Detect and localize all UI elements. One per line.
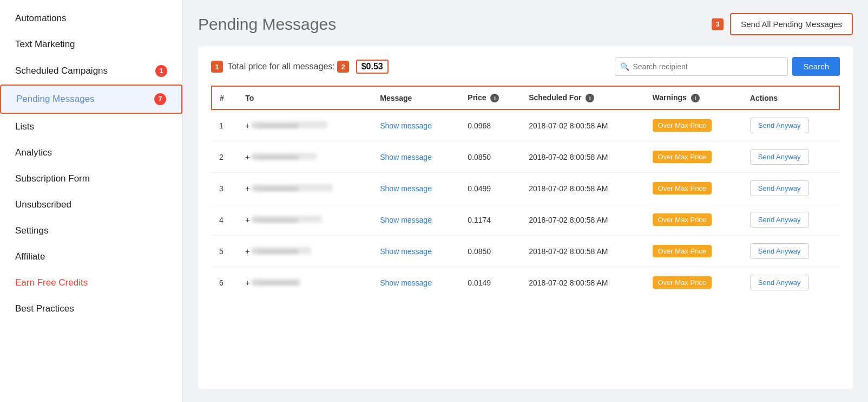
cell-scheduled: 2018-07-02 8:00:58 AM — [521, 267, 645, 299]
total-price-section: 1 Total price for all messages: 2 $0.53 — [211, 60, 389, 74]
send-anyway-button[interactable]: Send Anyway — [750, 118, 809, 133]
cell-message: Show message — [372, 267, 460, 299]
page-title: Pending Messages — [198, 15, 336, 34]
col-warnings: Warnings i — [645, 86, 742, 109]
price-info-icon: i — [490, 94, 499, 102]
cell-num: 1 — [212, 109, 238, 141]
show-message-link[interactable]: Show message — [380, 184, 432, 193]
table-row: 6+ +1xxxxxxxxxxShow message0.01492018-07… — [212, 267, 839, 299]
col-to: To — [238, 86, 372, 109]
sidebar: AutomationsText MarketingScheduled Campa… — [0, 0, 183, 402]
cell-price: 0.0968 — [460, 109, 521, 141]
send-anyway-button[interactable]: Send Anyway — [750, 275, 809, 290]
cell-to: + +1xxxxxxxxxx — [238, 109, 372, 141]
cell-price: 0.0850 — [460, 141, 521, 173]
cell-message: Show message — [372, 236, 460, 267]
show-message-link[interactable]: Show message — [380, 278, 432, 287]
warning-badge: Over Max Price — [653, 276, 712, 289]
cell-scheduled: 2018-07-02 8:00:58 AM — [521, 109, 645, 141]
table-header: # To Message Price i Scheduled For i War… — [212, 86, 839, 109]
table-body: 1+ +1xxxxxxxxxxShow message0.09682018-07… — [212, 109, 839, 298]
page-header: Pending Messages 3 Send All Pending Mess… — [198, 13, 853, 35]
cell-warning: Over Max Price — [645, 267, 742, 299]
cell-to: + +1xxxxxxxxxx — [238, 236, 372, 267]
sidebar-badge: 7 — [154, 93, 166, 105]
cell-to: + +1xxxxxxxxxx — [238, 267, 372, 299]
cell-price: 0.1174 — [460, 204, 521, 236]
cell-action: Send Anyway — [742, 173, 839, 204]
show-message-link[interactable]: Show message — [380, 153, 432, 161]
cell-message: Show message — [372, 173, 460, 204]
search-input-wrapper: 🔍 — [615, 57, 788, 76]
sidebar-item-analytics[interactable]: Analytics — [0, 140, 182, 166]
cell-num: 5 — [212, 236, 238, 267]
sidebar-item-affiliate[interactable]: Affiliate — [0, 244, 182, 270]
search-input[interactable] — [615, 57, 788, 76]
cell-price: 0.0850 — [460, 236, 521, 267]
cell-warning: Over Max Price — [645, 236, 742, 267]
cell-warning: Over Max Price — [645, 109, 742, 141]
sidebar-item-label: Earn Free Credits — [15, 277, 88, 288]
annotation-1: 1 — [211, 61, 223, 73]
sidebar-item-subscription-form[interactable]: Subscription Form — [0, 166, 182, 192]
show-message-link[interactable]: Show message — [380, 216, 432, 224]
table-row: 3+ +1xxxxxxxxxxShow message0.04992018-07… — [212, 173, 839, 204]
send-all-button[interactable]: Send All Pending Messages — [730, 13, 853, 35]
cell-action: Send Anyway — [742, 204, 839, 236]
warning-badge: Over Max Price — [653, 245, 712, 257]
sidebar-item-label: Automations — [15, 13, 67, 24]
cell-action: Send Anyway — [742, 267, 839, 299]
search-button[interactable]: Search — [792, 57, 840, 76]
annotation-3: 3 — [712, 18, 724, 30]
sidebar-item-earn-free-credits[interactable]: Earn Free Credits — [0, 270, 182, 296]
cell-warning: Over Max Price — [645, 141, 742, 173]
cell-scheduled: 2018-07-02 8:00:58 AM — [521, 204, 645, 236]
sidebar-item-lists[interactable]: Lists — [0, 114, 182, 140]
cell-price: 0.0149 — [460, 267, 521, 299]
table-row: 5+ +1xxxxxxxxxxShow message0.08502018-07… — [212, 236, 839, 267]
sidebar-item-label: Subscription Form — [15, 173, 90, 184]
sidebar-item-settings[interactable]: Settings — [0, 218, 182, 244]
warning-badge: Over Max Price — [653, 182, 712, 194]
sidebar-item-text-marketing[interactable]: Text Marketing — [0, 31, 182, 57]
cell-to: + +1xxxxxxxxxx — [238, 204, 372, 236]
search-icon: 🔍 — [620, 62, 629, 71]
table-header-row: # To Message Price i Scheduled For i War… — [212, 86, 839, 109]
show-message-link[interactable]: Show message — [380, 247, 432, 256]
messages-table: # To Message Price i Scheduled For i War… — [211, 86, 840, 298]
send-anyway-button[interactable]: Send Anyway — [750, 149, 809, 165]
show-message-link[interactable]: Show message — [380, 121, 432, 130]
send-anyway-button[interactable]: Send Anyway — [750, 212, 809, 228]
total-price-label: Total price for all messages: — [227, 62, 334, 71]
send-anyway-button[interactable]: Send Anyway — [750, 243, 809, 259]
cell-message: Show message — [372, 141, 460, 173]
sidebar-item-label: Settings — [15, 225, 48, 236]
col-scheduled: Scheduled For i — [521, 86, 645, 109]
total-price-value: $0.53 — [356, 60, 389, 74]
sidebar-item-label: Unsubscribed — [15, 199, 71, 210]
sidebar-item-pending-messages[interactable]: Pending Messages7 — [0, 85, 182, 114]
col-actions: Actions — [742, 86, 839, 109]
sidebar-item-unsubscribed[interactable]: Unsubscribed — [0, 192, 182, 218]
table-row: 2+ +1xxxxxxxxxxShow message0.08502018-07… — [212, 141, 839, 173]
sidebar-item-label: Best Practices — [15, 303, 74, 314]
main-content: Pending Messages 3 Send All Pending Mess… — [183, 0, 868, 402]
cell-action: Send Anyway — [742, 141, 839, 173]
scheduled-info-icon: i — [586, 94, 594, 102]
send-anyway-button[interactable]: Send Anyway — [750, 180, 809, 196]
warning-badge: Over Max Price — [653, 119, 712, 132]
cell-action: Send Anyway — [742, 109, 839, 141]
table-row: 1+ +1xxxxxxxxxxShow message0.09682018-07… — [212, 109, 839, 141]
sidebar-item-best-practices[interactable]: Best Practices — [0, 296, 182, 322]
search-area: 🔍 Search — [615, 57, 840, 76]
annotation-2: 2 — [337, 61, 349, 73]
cell-scheduled: 2018-07-02 8:00:58 AM — [521, 141, 645, 173]
sidebar-item-label: Analytics — [15, 147, 52, 158]
cell-num: 3 — [212, 173, 238, 204]
sidebar-item-scheduled-campaigns[interactable]: Scheduled Campaigns1 — [0, 57, 182, 85]
cell-num: 2 — [212, 141, 238, 173]
sidebar-item-automations[interactable]: Automations — [0, 5, 182, 31]
cell-price: 0.0499 — [460, 173, 521, 204]
cell-num: 6 — [212, 267, 238, 299]
sidebar-item-label: Lists — [15, 121, 34, 132]
